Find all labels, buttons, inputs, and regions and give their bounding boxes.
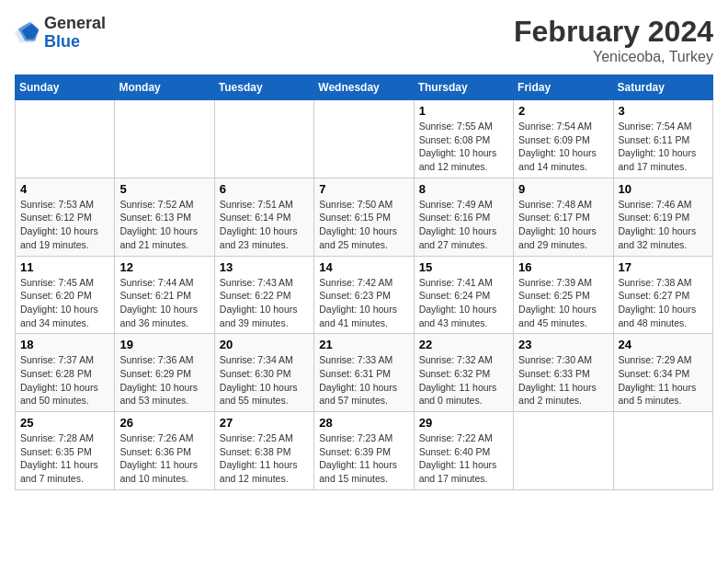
day-number: 8 [419, 182, 508, 196]
day-info: Sunrise: 7:46 AM Sunset: 6:19 PM Dayligh… [619, 198, 708, 252]
calendar-table: SundayMondayTuesdayWednesdayThursdayFrid… [15, 75, 713, 490]
calendar-day-18: 18Sunrise: 7:37 AM Sunset: 6:28 PM Dayli… [16, 334, 115, 412]
day-info: Sunrise: 7:44 AM Sunset: 6:21 PM Dayligh… [119, 276, 209, 330]
day-number: 15 [419, 260, 508, 274]
calendar-day-8: 8Sunrise: 7:49 AM Sunset: 6:16 PM Daylig… [414, 178, 513, 256]
day-number: 27 [220, 416, 309, 430]
day-number: 21 [319, 338, 408, 351]
day-header-saturday: Saturday [613, 75, 712, 100]
calendar-day-empty [16, 100, 115, 178]
day-info: Sunrise: 7:33 AM Sunset: 6:31 PM Dayligh… [319, 353, 408, 408]
day-info: Sunrise: 7:22 AM Sunset: 6:40 PM Dayligh… [419, 431, 508, 486]
day-info: Sunrise: 7:29 AM Sunset: 6:34 PM Dayligh… [619, 353, 708, 408]
day-info: Sunrise: 7:50 AM Sunset: 6:15 PM Dayligh… [319, 198, 408, 252]
day-info: Sunrise: 7:55 AM Sunset: 6:08 PM Dayligh… [419, 120, 508, 174]
calendar-day-1: 1Sunrise: 7:55 AM Sunset: 6:08 PM Daylig… [414, 100, 513, 178]
day-number: 17 [619, 260, 708, 274]
day-number: 2 [518, 104, 608, 118]
location-title: Yeniceoba, Turkey [514, 49, 713, 65]
calendar-header-row: SundayMondayTuesdayWednesdayThursdayFrid… [16, 75, 713, 100]
day-number: 13 [220, 260, 309, 274]
logo-text: General Blue [44, 15, 106, 52]
calendar-day-22: 22Sunrise: 7:32 AM Sunset: 6:32 PM Dayli… [414, 334, 513, 412]
day-number: 16 [518, 260, 608, 274]
calendar-day-7: 7Sunrise: 7:50 AM Sunset: 6:15 PM Daylig… [314, 178, 414, 256]
month-title: February 2024 [514, 15, 713, 49]
calendar-day-9: 9Sunrise: 7:48 AM Sunset: 6:17 PM Daylig… [514, 178, 613, 256]
calendar-week-row: 18Sunrise: 7:37 AM Sunset: 6:28 PM Dayli… [16, 334, 713, 412]
day-info: Sunrise: 7:43 AM Sunset: 6:22 PM Dayligh… [220, 276, 309, 330]
calendar-day-14: 14Sunrise: 7:42 AM Sunset: 6:23 PM Dayli… [314, 256, 414, 334]
day-number: 24 [619, 338, 708, 351]
day-info: Sunrise: 7:30 AM Sunset: 6:33 PM Dayligh… [518, 353, 608, 408]
calendar-day-17: 17Sunrise: 7:38 AM Sunset: 6:27 PM Dayli… [613, 256, 712, 334]
calendar-day-15: 15Sunrise: 7:41 AM Sunset: 6:24 PM Dayli… [414, 256, 513, 334]
day-info: Sunrise: 7:52 AM Sunset: 6:13 PM Dayligh… [119, 198, 209, 252]
day-number: 10 [619, 182, 708, 196]
calendar-day-25: 25Sunrise: 7:28 AM Sunset: 6:35 PM Dayli… [16, 412, 115, 490]
calendar-day-26: 26Sunrise: 7:26 AM Sunset: 6:36 PM Dayli… [115, 412, 214, 490]
day-number: 5 [119, 182, 209, 196]
calendar-day-empty [514, 412, 613, 490]
day-header-thursday: Thursday [414, 75, 513, 100]
calendar-week-row: 11Sunrise: 7:45 AM Sunset: 6:20 PM Dayli… [16, 256, 713, 334]
day-info: Sunrise: 7:48 AM Sunset: 6:17 PM Dayligh… [518, 198, 608, 252]
calendar-day-empty [214, 100, 313, 178]
day-info: Sunrise: 7:34 AM Sunset: 6:30 PM Dayligh… [220, 353, 309, 408]
day-info: Sunrise: 7:54 AM Sunset: 6:09 PM Dayligh… [518, 120, 608, 174]
day-header-wednesday: Wednesday [314, 75, 414, 100]
calendar-day-11: 11Sunrise: 7:45 AM Sunset: 6:20 PM Dayli… [16, 256, 115, 334]
day-number: 3 [619, 104, 708, 118]
calendar-day-4: 4Sunrise: 7:53 AM Sunset: 6:12 PM Daylig… [16, 178, 115, 256]
day-info: Sunrise: 7:23 AM Sunset: 6:39 PM Dayligh… [319, 431, 408, 486]
calendar-day-3: 3Sunrise: 7:54 AM Sunset: 6:11 PM Daylig… [613, 100, 712, 178]
day-number: 1 [419, 104, 508, 118]
logo: General Blue [15, 15, 106, 52]
title-section: February 2024 Yeniceoba, Turkey [514, 15, 713, 65]
calendar-day-6: 6Sunrise: 7:51 AM Sunset: 6:14 PM Daylig… [214, 178, 313, 256]
calendar-week-row: 1Sunrise: 7:55 AM Sunset: 6:08 PM Daylig… [16, 100, 713, 178]
calendar-day-empty [613, 412, 712, 490]
day-number: 9 [518, 182, 608, 196]
header: General Blue February 2024 Yeniceoba, Tu… [15, 15, 713, 65]
day-number: 7 [319, 182, 408, 196]
calendar-day-16: 16Sunrise: 7:39 AM Sunset: 6:25 PM Dayli… [514, 256, 613, 334]
day-info: Sunrise: 7:49 AM Sunset: 6:16 PM Dayligh… [419, 198, 508, 252]
calendar-body: 1Sunrise: 7:55 AM Sunset: 6:08 PM Daylig… [16, 100, 713, 490]
day-number: 23 [518, 338, 608, 351]
day-number: 19 [119, 338, 209, 351]
day-info: Sunrise: 7:54 AM Sunset: 6:11 PM Dayligh… [619, 120, 708, 174]
day-number: 4 [20, 182, 109, 196]
calendar-day-27: 27Sunrise: 7:25 AM Sunset: 6:38 PM Dayli… [214, 412, 313, 490]
day-number: 6 [220, 182, 309, 196]
logo-icon [15, 20, 40, 46]
calendar-day-29: 29Sunrise: 7:22 AM Sunset: 6:40 PM Dayli… [414, 412, 513, 490]
calendar-day-10: 10Sunrise: 7:46 AM Sunset: 6:19 PM Dayli… [613, 178, 712, 256]
day-info: Sunrise: 7:42 AM Sunset: 6:23 PM Dayligh… [319, 276, 408, 330]
day-info: Sunrise: 7:53 AM Sunset: 6:12 PM Dayligh… [20, 198, 109, 252]
calendar-day-28: 28Sunrise: 7:23 AM Sunset: 6:39 PM Dayli… [314, 412, 414, 490]
day-number: 18 [20, 338, 109, 351]
day-info: Sunrise: 7:25 AM Sunset: 6:38 PM Dayligh… [220, 431, 309, 486]
calendar-day-21: 21Sunrise: 7:33 AM Sunset: 6:31 PM Dayli… [314, 334, 414, 412]
calendar-day-19: 19Sunrise: 7:36 AM Sunset: 6:29 PM Dayli… [115, 334, 214, 412]
calendar-day-empty [314, 100, 414, 178]
day-info: Sunrise: 7:36 AM Sunset: 6:29 PM Dayligh… [119, 353, 209, 408]
day-info: Sunrise: 7:28 AM Sunset: 6:35 PM Dayligh… [20, 431, 109, 486]
day-number: 14 [319, 260, 408, 274]
day-number: 11 [20, 260, 109, 274]
calendar-day-empty [115, 100, 214, 178]
calendar-day-12: 12Sunrise: 7:44 AM Sunset: 6:21 PM Dayli… [115, 256, 214, 334]
day-info: Sunrise: 7:45 AM Sunset: 6:20 PM Dayligh… [20, 276, 109, 330]
calendar-day-24: 24Sunrise: 7:29 AM Sunset: 6:34 PM Dayli… [613, 334, 712, 412]
day-info: Sunrise: 7:51 AM Sunset: 6:14 PM Dayligh… [220, 198, 309, 252]
day-info: Sunrise: 7:37 AM Sunset: 6:28 PM Dayligh… [20, 353, 109, 408]
day-number: 12 [119, 260, 209, 274]
day-info: Sunrise: 7:38 AM Sunset: 6:27 PM Dayligh… [619, 276, 708, 330]
day-info: Sunrise: 7:26 AM Sunset: 6:36 PM Dayligh… [119, 431, 209, 486]
day-number: 26 [119, 416, 209, 430]
day-number: 28 [319, 416, 408, 430]
calendar-day-2: 2Sunrise: 7:54 AM Sunset: 6:09 PM Daylig… [514, 100, 613, 178]
day-info: Sunrise: 7:41 AM Sunset: 6:24 PM Dayligh… [419, 276, 508, 330]
calendar-day-5: 5Sunrise: 7:52 AM Sunset: 6:13 PM Daylig… [115, 178, 214, 256]
